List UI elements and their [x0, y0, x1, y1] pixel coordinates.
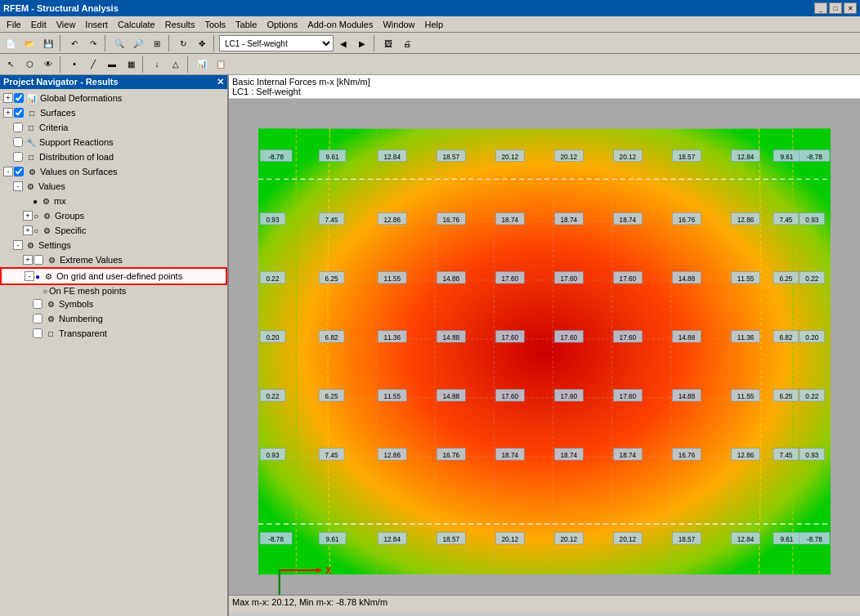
- expand-on-grid-points[interactable]: -: [25, 271, 34, 281]
- view3d-btn[interactable]: ⬡: [20, 56, 38, 74]
- surfaces-btn[interactable]: ▦: [122, 56, 140, 74]
- zoom-in-btn[interactable]: 🔍: [110, 34, 128, 52]
- on-fe-mesh-label: On FE mesh points: [49, 286, 126, 296]
- panel-title: Project Navigator - Results: [3, 77, 119, 87]
- check-support-reactions[interactable]: [13, 137, 23, 147]
- check-surfaces[interactable]: [14, 108, 24, 118]
- tree-transparent[interactable]: □ Transparent: [0, 326, 227, 341]
- expand-specific[interactable]: +: [23, 225, 33, 235]
- svg-text:17.60: 17.60: [502, 334, 519, 341]
- expand-values-on-surfaces[interactable]: -: [3, 167, 13, 176]
- expand-groups[interactable]: +: [23, 211, 33, 221]
- panel-close-btn[interactable]: ✕: [217, 77, 224, 87]
- check-criteria[interactable]: [13, 123, 23, 132]
- tree-symbols[interactable]: ⚙ Symbols: [0, 297, 227, 311]
- redo-btn[interactable]: ↷: [84, 34, 102, 52]
- zoom-fit-btn[interactable]: ⊞: [148, 34, 166, 52]
- sep5: [374, 35, 377, 51]
- tree-global-def[interactable]: + 📊 Global Deformations: [0, 91, 227, 105]
- tree-surfaces[interactable]: + □ Surfaces: [0, 105, 227, 120]
- menu-results[interactable]: Results: [160, 18, 200, 31]
- svg-text:6.25: 6.25: [325, 275, 338, 283]
- svg-text:6.82: 6.82: [779, 334, 792, 341]
- menu-view[interactable]: View: [52, 18, 81, 31]
- numbering-icon: ⚙: [44, 312, 57, 325]
- results-btn[interactable]: 📊: [193, 56, 211, 74]
- table-btn[interactable]: 📋: [212, 56, 230, 74]
- expand-settings[interactable]: -: [13, 240, 23, 250]
- save-btn[interactable]: 💾: [39, 34, 57, 52]
- check-symbols[interactable]: [33, 299, 43, 309]
- members-btn[interactable]: ▬: [103, 56, 121, 74]
- render-btn[interactable]: 🖼: [379, 34, 397, 52]
- check-distribution-load[interactable]: [13, 152, 23, 162]
- expand-surfaces[interactable]: +: [3, 108, 13, 118]
- menu-tools[interactable]: Tools: [199, 18, 231, 31]
- tree-on-fe-mesh[interactable]: ○ On FE mesh points: [0, 285, 227, 297]
- tree-numbering[interactable]: ⚙ Numbering: [0, 311, 227, 326]
- check-numbering[interactable]: [33, 314, 43, 324]
- sep6: [60, 56, 63, 73]
- lc-dropdown[interactable]: LC1 - Self-weight: [219, 35, 334, 51]
- menu-addons[interactable]: Add-on Modules: [302, 18, 378, 31]
- expand-global-def[interactable]: +: [3, 93, 13, 103]
- select-btn[interactable]: ↖: [2, 56, 20, 74]
- tree-specific[interactable]: + ○ ⚙ Specific: [0, 223, 227, 238]
- svg-text:14.88: 14.88: [679, 275, 696, 283]
- menu-options[interactable]: Options: [262, 18, 302, 31]
- svg-text:17.60: 17.60: [502, 275, 519, 283]
- tree-criteria[interactable]: □ Criteria: [0, 120, 227, 135]
- menu-insert[interactable]: Insert: [80, 18, 113, 31]
- sep3: [168, 35, 172, 51]
- tree-values[interactable]: - ⚙ Values: [0, 179, 227, 194]
- status-text: Max m-x: 20.12, Min m-x: -8.78 kNm/m: [232, 597, 387, 607]
- tree-values-on-surfaces[interactable]: - ⚙ Values on Surfaces: [0, 164, 227, 179]
- prev-lc-btn[interactable]: ◀: [334, 34, 352, 52]
- svg-text:20.12: 20.12: [561, 154, 578, 161]
- svg-text:12.84: 12.84: [383, 536, 401, 543]
- pan-btn[interactable]: ✥: [193, 34, 211, 52]
- new-btn[interactable]: 📄: [2, 34, 20, 52]
- toolbar-row2: ↖ ⬡ 👁 • ╱ ▬ ▦ ↓ △ 📊 📋: [0, 54, 860, 75]
- check-transparent[interactable]: [33, 328, 43, 338]
- zoom-out-btn[interactable]: 🔎: [129, 34, 147, 52]
- svg-text:-8.78: -8.78: [268, 154, 284, 161]
- load-btn[interactable]: ↓: [148, 56, 166, 74]
- tree-support-reactions[interactable]: 🔧 Support Reactions: [0, 135, 227, 150]
- tree-mx[interactable]: ● ⚙ mx: [0, 194, 227, 208]
- open-btn[interactable]: 📂: [20, 34, 38, 52]
- settings-label: Settings: [38, 240, 71, 250]
- tree-settings[interactable]: - ⚙ Settings: [0, 238, 227, 252]
- check-values-on-surfaces[interactable]: [14, 167, 24, 176]
- expand-extreme-values[interactable]: +: [23, 255, 33, 265]
- minimize-btn[interactable]: _: [814, 2, 827, 14]
- tree-groups[interactable]: + ○ ⚙ Groups: [0, 208, 227, 223]
- maximize-btn[interactable]: □: [829, 2, 842, 14]
- tree-extreme-values[interactable]: + ⚙ Extreme Values: [0, 252, 227, 267]
- support-btn[interactable]: △: [167, 56, 185, 74]
- svg-text:18.57: 18.57: [679, 536, 696, 543]
- lines-btn[interactable]: ╱: [84, 56, 102, 74]
- tree-on-grid-points[interactable]: - ● ⚙ On grid and user-defined points: [0, 267, 227, 285]
- print-btn[interactable]: 🖨: [398, 34, 416, 52]
- menu-table[interactable]: Table: [231, 18, 262, 31]
- menu-help[interactable]: Help: [420, 18, 449, 31]
- expand-values[interactable]: -: [13, 181, 23, 191]
- nodes-btn[interactable]: •: [65, 56, 83, 74]
- svg-text:11.36: 11.36: [737, 334, 755, 341]
- display-btn[interactable]: 👁: [39, 56, 57, 74]
- next-lc-btn[interactable]: ▶: [353, 34, 371, 52]
- rotate-btn[interactable]: ↻: [174, 34, 192, 52]
- numbering-label: Numbering: [59, 314, 103, 324]
- close-btn[interactable]: ✕: [844, 2, 857, 14]
- svg-text:18.74: 18.74: [502, 452, 519, 459]
- sep4: [213, 35, 217, 51]
- check-extreme-values[interactable]: [34, 255, 43, 265]
- menu-window[interactable]: Window: [378, 18, 419, 31]
- undo-btn[interactable]: ↶: [65, 34, 83, 52]
- tree-distribution-load[interactable]: □ Distribution of load: [0, 150, 227, 164]
- check-global-def[interactable]: [14, 93, 24, 103]
- menu-calculate[interactable]: Calculate: [113, 18, 160, 31]
- menu-file[interactable]: File: [2, 18, 26, 31]
- menu-edit[interactable]: Edit: [26, 18, 52, 31]
